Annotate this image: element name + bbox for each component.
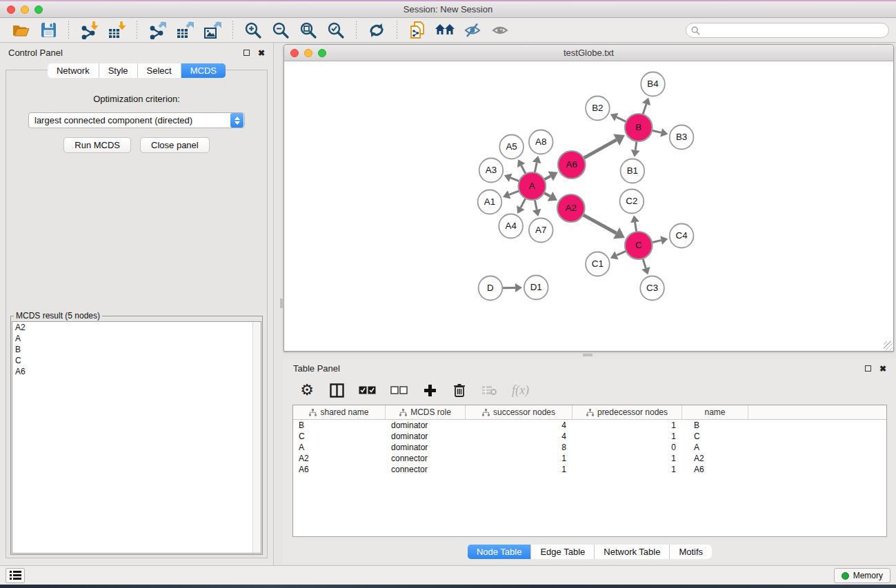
graph-edge-D-D1[interactable] <box>502 283 522 292</box>
table-row[interactable]: Bdominator41B <box>293 420 886 431</box>
result-scrollbar[interactable] <box>252 322 261 553</box>
network-canvas[interactable]: B4B2BB3A8A5A6A3B1AA1C2A2A4A7C4CC1C3DD1 <box>284 61 893 351</box>
graph-node-C2[interactable]: C2 <box>620 190 644 214</box>
graph-node-A3[interactable]: A3 <box>479 159 504 183</box>
table-settings-button[interactable]: ⚙ <box>299 382 315 398</box>
result-item[interactable]: A2 <box>12 322 261 333</box>
graph-edge-A-A5[interactable] <box>517 159 526 174</box>
column-header-MCDS-role[interactable]: MCDS role <box>386 405 466 419</box>
tab-select[interactable]: Select <box>137 63 181 78</box>
graph-edge-C-C4[interactable] <box>652 236 668 245</box>
graph-edge-A6-B[interactable] <box>584 134 625 159</box>
graph-edge-A-A8[interactable] <box>532 156 541 172</box>
column-header-name[interactable]: name <box>682 405 748 419</box>
close-network-window-button[interactable] <box>290 49 299 57</box>
tab-network[interactable]: Network <box>48 63 99 78</box>
homes-button[interactable] <box>433 20 457 41</box>
column-header-shared-name[interactable]: shared name <box>293 405 386 419</box>
graph-node-D1[interactable]: D1 <box>524 276 548 300</box>
graph-node-B2[interactable]: B2 <box>586 97 610 121</box>
minimize-network-window-button[interactable] <box>304 49 312 57</box>
zoom-fit-button[interactable] <box>297 20 320 41</box>
refresh-button[interactable] <box>365 20 388 41</box>
result-item[interactable]: A6 <box>12 366 261 377</box>
horizontal-scroll-thumb[interactable] <box>583 354 593 356</box>
graph-node-A4[interactable]: A4 <box>499 214 523 239</box>
result-item[interactable]: A <box>12 333 261 344</box>
graph-node-C[interactable]: C <box>625 232 653 259</box>
result-item[interactable]: B <box>12 344 261 355</box>
graph-edge-B-B3[interactable] <box>652 128 668 137</box>
import-table-button[interactable] <box>105 20 128 41</box>
graph-node-C4[interactable]: C4 <box>670 224 694 248</box>
deselect-all-button[interactable] <box>390 382 408 398</box>
open-session-button[interactable] <box>9 20 32 41</box>
graph-edge-A-A1[interactable] <box>503 190 519 199</box>
graph-node-D[interactable]: D <box>479 276 503 301</box>
tab-network-table[interactable]: Network Table <box>594 545 669 559</box>
optimization-criterion-select[interactable]: largest connected component (directed) <box>28 112 245 128</box>
add-column-button[interactable] <box>422 382 437 398</box>
close-panel-icon[interactable]: ✖ <box>258 48 265 58</box>
zoom-selected-button[interactable] <box>324 20 348 41</box>
graph-node-A6[interactable]: A6 <box>558 151 586 179</box>
function-builder-button[interactable]: f(x) <box>512 382 529 398</box>
graph-edge-A-A4[interactable] <box>517 199 526 214</box>
graph-node-A1[interactable]: A1 <box>478 190 502 214</box>
column-visibility-button[interactable] <box>329 382 344 398</box>
graph-edge-C-C3[interactable] <box>641 258 650 274</box>
close-panel-button[interactable]: Close panel <box>140 137 210 153</box>
graph-node-A5[interactable]: A5 <box>499 135 524 159</box>
column-header-successor-nodes[interactable]: successor nodes <box>466 405 573 419</box>
graph-node-B4[interactable]: B4 <box>641 72 665 97</box>
graph-node-A2[interactable]: A2 <box>557 194 585 222</box>
graph-edge-A-A7[interactable] <box>532 200 541 216</box>
graph-node-A7[interactable]: A7 <box>529 219 553 243</box>
clone-network-button[interactable] <box>406 20 429 41</box>
graph-edge-C-C1[interactable] <box>610 251 626 259</box>
export-image-button[interactable] <box>201 20 224 41</box>
run-mcds-button[interactable]: Run MCDS <box>63 137 131 153</box>
hide-selected-button[interactable] <box>461 20 484 41</box>
graph-edge-A-A6[interactable] <box>544 171 558 181</box>
table-row[interactable]: Cdominator41C <box>293 431 886 442</box>
graph-node-C1[interactable]: C1 <box>586 252 610 276</box>
graph-edge-B-B1[interactable] <box>631 141 640 157</box>
window-resize-grip[interactable] <box>884 341 893 350</box>
minimize-window-button[interactable] <box>21 6 29 14</box>
zoom-in-button[interactable] <box>241 20 265 41</box>
save-session-button[interactable] <box>37 20 60 41</box>
graph-edge-C-C2[interactable] <box>630 215 639 232</box>
tab-node-table[interactable]: Node Table <box>468 545 531 559</box>
graph-node-A8[interactable]: A8 <box>529 130 553 154</box>
graph-node-B1[interactable]: B1 <box>621 159 645 183</box>
delete-column-button[interactable] <box>452 382 467 398</box>
graph-node-B3[interactable]: B3 <box>670 125 694 150</box>
import-network-button[interactable] <box>77 20 101 41</box>
table-row[interactable]: A2connector11A2 <box>293 453 886 464</box>
close-table-panel-icon[interactable]: ✖ <box>879 364 886 374</box>
graph-edge-B-B4[interactable] <box>642 97 650 114</box>
table-row[interactable]: A6connector11A6 <box>293 464 886 475</box>
zoom-out-button[interactable] <box>269 20 292 41</box>
tab-mcds[interactable]: MCDS <box>181 63 226 78</box>
tab-motifs[interactable]: Motifs <box>669 545 712 559</box>
graph-edge-A-A2[interactable] <box>544 192 557 201</box>
graph-node-A[interactable]: A <box>519 172 546 200</box>
vertical-scroll-thumb[interactable] <box>280 298 283 308</box>
zoom-network-window-button[interactable] <box>318 49 326 57</box>
result-item[interactable]: C <box>12 355 261 366</box>
memory-button[interactable]: Memory <box>834 568 890 583</box>
column-header-predecessor-nodes[interactable]: predecessor nodes <box>573 405 682 419</box>
show-all-button[interactable] <box>488 20 512 41</box>
table-row[interactable]: Adominator80A <box>293 442 886 453</box>
network-graph[interactable]: B4B2BB3A8A5A6A3B1AA1C2A2A4A7C4CC1C3DD1 <box>284 61 893 351</box>
tab-style[interactable]: Style <box>99 63 137 78</box>
network-window-titlebar[interactable]: testGlobe.txt <box>284 45 893 61</box>
graph-edge-B-B2[interactable] <box>610 113 626 122</box>
task-history-button[interactable] <box>6 568 25 583</box>
graph-node-B[interactable]: B <box>625 114 653 141</box>
delete-table-button[interactable] <box>481 382 497 398</box>
zoom-window-button[interactable] <box>34 6 43 14</box>
float-table-panel-icon[interactable] <box>865 365 871 372</box>
